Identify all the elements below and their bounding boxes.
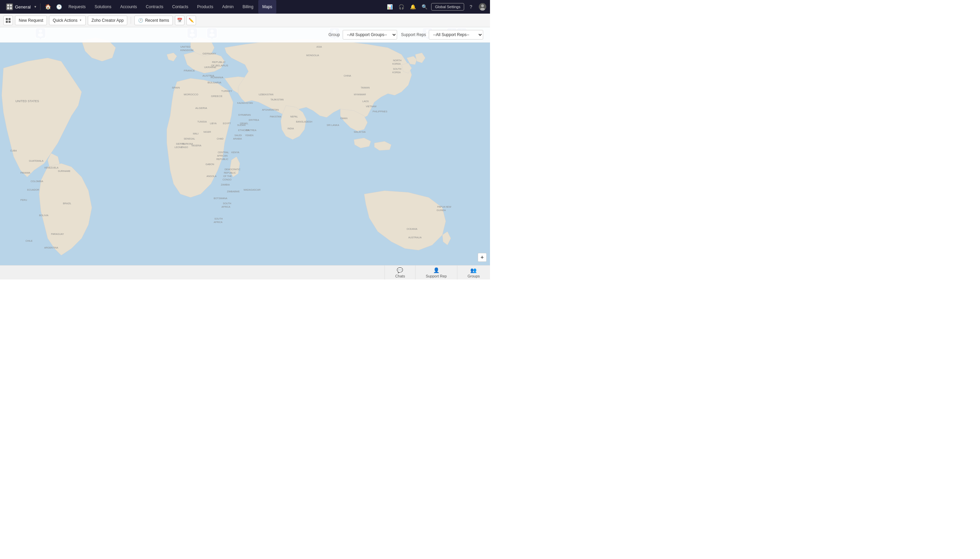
zoho-creator-button[interactable]: Zoho Creator App [88, 16, 128, 25]
svg-text:PAKISTAN: PAKISTAN [270, 116, 281, 118]
svg-text:REPUBLIC: REPUBLIC [216, 158, 228, 160]
nav-billing[interactable]: Billing [239, 0, 257, 13]
svg-text:AFRICA: AFRICA [214, 221, 223, 223]
svg-text:KINGDOM: KINGDOM [180, 49, 194, 52]
support-rep-tab[interactable]: 👤 Support Rep [415, 266, 457, 280]
svg-text:ERITREA: ERITREA [249, 119, 259, 121]
svg-rect-7 [6, 18, 8, 20]
bottom-bar: 💬 Chats 👤 Support Rep 👥 Groups [0, 265, 490, 280]
svg-point-6 [480, 8, 485, 10]
svg-text:SOUTH: SOUTH [214, 218, 223, 220]
chats-tab[interactable]: 💬 Chats [384, 266, 415, 280]
svg-text:SUDAN: SUDAN [237, 124, 246, 126]
svg-text:MALI: MALI [193, 132, 198, 135]
svg-text:ARGENTINA: ARGENTINA [44, 246, 58, 249]
svg-text:REPUBLIC: REPUBLIC [212, 61, 226, 64]
svg-text:BOTSWANA: BOTSWANA [214, 197, 227, 200]
svg-text:OF BELARUS: OF BELARUS [211, 64, 228, 67]
toolbar: New Request Quick Actions ▼ Zoho Creator… [0, 13, 490, 27]
svg-text:TUNISIA: TUNISIA [197, 121, 207, 123]
svg-text:SOUTH: SOUTH [393, 68, 401, 70]
nav-maps[interactable]: Maps [258, 0, 276, 13]
svg-text:LEONE: LEONE [175, 146, 183, 149]
svg-text:MALAYSIA: MALAYSIA [354, 131, 366, 133]
nav-contacts[interactable]: Contacts [168, 0, 192, 13]
group-filter-select[interactable]: --All Support Groups-- [343, 30, 397, 40]
nav-contracts[interactable]: Contracts [142, 0, 167, 13]
svg-text:PHILIPPINES: PHILIPPINES [373, 110, 388, 113]
svg-text:OMAN: OMAN [340, 117, 347, 119]
svg-text:VIETNAM: VIETNAM [366, 105, 376, 108]
nav-solutions[interactable]: Solutions [91, 0, 115, 13]
quick-actions-chevron: ▼ [79, 19, 82, 22]
svg-text:KAZAKHSTAN: KAZAKHSTAN [237, 102, 253, 104]
nav-search-icon[interactable]: 🔍 [419, 2, 429, 12]
nav-charts-icon[interactable]: 📊 [385, 2, 394, 12]
svg-text:TAJIKISTAN: TAJIKISTAN [271, 98, 284, 101]
svg-text:NORTH: NORTH [393, 59, 401, 61]
svg-text:AFRICA: AFRICA [221, 206, 230, 208]
app-logo-icon [6, 3, 13, 10]
nav-clock-icon[interactable]: 🕐 [54, 2, 64, 12]
svg-rect-0 [7, 5, 9, 7]
svg-text:MONGOLIA: MONGOLIA [306, 54, 319, 56]
svg-text:MYANMAR: MYANMAR [354, 93, 366, 96]
svg-text:GUINEA: GUINEA [437, 209, 446, 212]
svg-text:CENTRAL: CENTRAL [218, 151, 229, 154]
svg-text:PERU: PERU [20, 199, 27, 201]
nav-requests[interactable]: Requests [64, 0, 90, 13]
svg-text:GERMANY: GERMANY [203, 52, 216, 55]
svg-text:KENYA: KENYA [231, 151, 239, 154]
world-map-svg: UNITED STATES UNITED KINGDOM GERMANY AUS… [0, 27, 490, 280]
nav-headset-icon[interactable]: 🎧 [396, 2, 406, 12]
svg-text:AUSTRALIA: AUSTRALIA [408, 236, 422, 239]
svg-text:INDIA: INDIA [287, 127, 294, 130]
svg-rect-2 [7, 7, 9, 9]
zoom-plus-button[interactable]: + [478, 253, 487, 262]
svg-text:SAUDI: SAUDI [234, 134, 242, 137]
svg-text:AFRICAN: AFRICAN [217, 155, 228, 157]
nav-products[interactable]: Products [193, 0, 217, 13]
svg-text:BRAZIL: BRAZIL [63, 202, 71, 205]
svg-text:REPUBLIC: REPUBLIC [224, 172, 236, 174]
recent-items-button[interactable]: 🕐 Recent Items [134, 16, 173, 25]
support-reps-label: Support Reps [401, 32, 426, 37]
svg-text:ANGOLA: ANGOLA [206, 175, 217, 177]
svg-text:FASO: FASO [182, 146, 188, 149]
support-reps-select[interactable]: --All Support Reps-- [429, 30, 483, 40]
svg-text:FRANCE: FRANCE [184, 69, 195, 72]
svg-rect-10 [8, 21, 10, 23]
toolbar-edit-icon[interactable]: ✏️ [186, 16, 196, 25]
svg-text:CUBA: CUBA [10, 149, 17, 152]
svg-text:SOUTH: SOUTH [223, 202, 231, 205]
svg-text:SURINAME: SURINAME [58, 170, 71, 172]
quick-actions-button[interactable]: Quick Actions ▼ [49, 16, 86, 25]
groups-icon: 👥 [470, 267, 477, 273]
groups-tab[interactable]: 👥 Groups [457, 266, 490, 280]
svg-text:SIERRA: SIERRA [176, 143, 185, 145]
nav-bell-icon[interactable]: 🔔 [408, 2, 417, 12]
svg-text:DEMOCRATIC: DEMOCRATIC [224, 168, 241, 170]
nav-user-icon[interactable] [478, 2, 487, 12]
group-filter-label: Group [328, 32, 340, 37]
svg-text:LAOS: LAOS [362, 100, 369, 103]
svg-rect-1 [10, 5, 12, 7]
nav-home-button[interactable]: 🏠 [43, 2, 53, 12]
nav-help-icon[interactable]: ? [466, 2, 476, 12]
global-settings-button[interactable]: Global Settings [431, 3, 464, 10]
nav-admin[interactable]: Admin [218, 0, 238, 13]
nav-brand-chevron: ▼ [34, 5, 37, 8]
svg-text:UNITED: UNITED [180, 45, 191, 48]
toolbar-calendar-icon[interactable]: 📅 [175, 16, 185, 25]
nav-logo[interactable]: General ▼ [3, 3, 41, 10]
svg-text:AFGHANISTAN: AFGHANISTAN [262, 109, 279, 111]
svg-text:CHILE: CHILE [26, 240, 33, 242]
svg-text:SYRIA: SYRIA [238, 114, 245, 116]
nav-accounts[interactable]: Accounts [116, 0, 141, 13]
svg-text:GABON: GABON [206, 163, 214, 165]
svg-text:PANAMA: PANAMA [20, 172, 30, 174]
support-rep-icon: 👤 [433, 267, 440, 273]
toolbar-grid-icon[interactable] [3, 16, 13, 25]
new-request-button[interactable]: New Request [15, 16, 47, 25]
svg-rect-3 [10, 7, 12, 9]
